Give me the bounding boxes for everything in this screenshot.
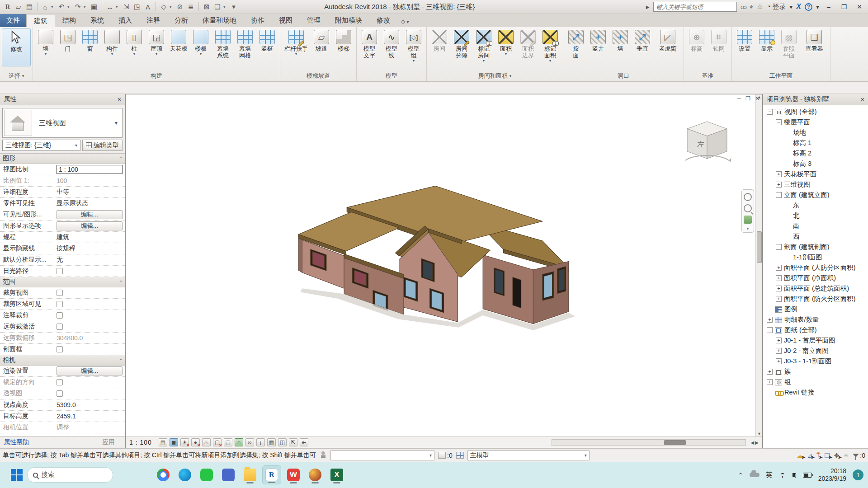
aligned-dimension-icon[interactable]: ⇲ — [121, 1, 131, 12]
start-button-icon[interactable] — [11, 469, 23, 481]
tree-item-西[interactable]: 西 — [763, 231, 868, 242]
reveal-hidden-elements-icon[interactable]: ¡ — [256, 438, 265, 446]
taskbar-app-folder[interactable] — [241, 465, 259, 484]
ribbon-button-窗[interactable]: 窗 — [79, 28, 101, 52]
tab-file[interactable]: 文件 — [0, 14, 26, 27]
view-close-icon[interactable]: ✕ — [755, 95, 760, 102]
taskbar-app-chrome[interactable] — [154, 465, 173, 484]
section-header-图形[interactable]: 图形⌃ — [0, 154, 125, 164]
editing-requests[interactable]: :0 — [438, 452, 453, 459]
zoom-icon[interactable] — [744, 204, 752, 212]
ribbon-button-设置[interactable]: 设置 — [734, 28, 755, 52]
tab-分析[interactable]: 分析 — [167, 14, 195, 27]
ribbon-button-屋顶[interactable]: ◲屋顶▾ — [146, 28, 167, 56]
collapse-icon[interactable]: ⌃ — [119, 358, 122, 363]
tree-item-标高 1[interactable]: 标高 1 — [763, 138, 868, 148]
language-indicator[interactable]: 英 — [766, 471, 773, 479]
ribbon-button-房间分隔[interactable]: 房间 分隔 — [451, 28, 472, 59]
tree-item-J0-1 - 首层平面图[interactable]: +J0-1 - 首层平面图 — [763, 335, 868, 346]
expand-icon[interactable]: + — [776, 265, 782, 271]
wifi-icon[interactable] — [779, 473, 786, 478]
property-value[interactable]: 显示原状态 — [57, 199, 88, 207]
tab-修改[interactable]: 修改 — [369, 14, 397, 27]
navbar-expand-icon[interactable]: ▾ — [747, 227, 749, 231]
tab-附加模块[interactable]: 附加模块 — [328, 14, 369, 27]
expand-icon[interactable]: + — [776, 338, 782, 343]
steering-wheel-icon[interactable] — [744, 193, 752, 201]
ribbon-button-楼梯[interactable]: 楼梯 — [333, 28, 354, 52]
tree-item-东[interactable]: 东 — [763, 200, 868, 211]
navigation-bar[interactable]: ▾ — [741, 189, 754, 233]
search-icon[interactable]: ○○ — [741, 3, 746, 11]
group-dropdown-icon[interactable]: ▾ — [22, 74, 24, 78]
displacement-sets-icon[interactable]: ⇱ — [289, 438, 297, 446]
tree-item-北[interactable]: 北 — [763, 211, 868, 221]
crop-view-off-icon[interactable]: ▢ — [213, 438, 222, 446]
tab-系统[interactable]: 系统 — [83, 14, 111, 27]
revit-logo-icon[interactable]: R — [3, 1, 13, 12]
tree-item-面积平面 (总建筑面积)[interactable]: +面积平面 (总建筑面积) — [763, 283, 868, 294]
ribbon-button-面积[interactable]: 面积▾ — [495, 28, 517, 56]
ribbon-button-幕墙系统[interactable]: 幕墙 系统 — [212, 28, 234, 59]
horizontal-scrollbar[interactable] — [552, 439, 746, 446]
taskbar-app-excel[interactable]: X — [327, 465, 346, 484]
ribbon-button-柱[interactable]: ▯柱▾ — [123, 28, 145, 56]
tree-item-场地[interactable]: 场地 — [763, 127, 868, 138]
tree-item-组[interactable]: +组 — [763, 377, 868, 387]
edit-button[interactable]: 编辑... — [57, 210, 123, 219]
undo-dropdown-icon[interactable]: ▾ — [67, 5, 72, 9]
expand-icon[interactable]: + — [776, 286, 782, 291]
tree-item-族[interactable]: +族 — [763, 366, 868, 377]
search-input[interactable] — [653, 2, 737, 12]
horizontal-scroll-thumb[interactable] — [664, 440, 686, 445]
active-workset-combobox[interactable]: 主模型▾ — [467, 450, 590, 460]
close-hidden-windows-icon[interactable]: ⊠ — [202, 1, 212, 12]
undo-icon[interactable]: ↶ — [57, 1, 66, 12]
property-value[interactable]: 2459.1 — [57, 413, 76, 420]
ribbon-button-竖梃[interactable]: 竖梃 — [256, 28, 278, 52]
expand-icon[interactable]: + — [776, 171, 782, 177]
signin-dropdown-icon[interactable]: ▾ — [789, 3, 793, 10]
temporary-hide-isolate-icon[interactable]: ∞ — [245, 438, 254, 446]
select-pinned-off-icon[interactable]: ⍑➤ — [816, 451, 820, 459]
property-value[interactable]: 5309.0 — [57, 401, 76, 408]
switch-windows-icon[interactable]: ❏ — [212, 1, 222, 12]
ribbon-button-墙[interactable]: 墙▾ — [35, 28, 57, 56]
design-options-icon[interactable]: ☁➤ — [797, 452, 803, 459]
collapse-icon[interactable]: − — [767, 109, 773, 115]
tree-item-标高 3[interactable]: 标高 3 — [763, 159, 868, 169]
project-browser-close-icon[interactable]: × — [861, 96, 864, 103]
default-3d-view-dropdown-icon[interactable]: ▾ — [170, 5, 174, 9]
viewcube[interactable]: 左 — [680, 115, 734, 169]
ribbon-button-垂直[interactable]: ⤢垂直 — [632, 28, 653, 52]
vertical-scrollbar[interactable]: ▲ ▼ — [755, 94, 762, 436]
restore-button[interactable]: ❐ — [838, 3, 850, 10]
view-restore-icon[interactable]: ❐ — [745, 95, 750, 102]
collapse-icon[interactable]: − — [776, 244, 782, 250]
property-value[interactable]: 调整 — [57, 423, 69, 432]
ribbon-button-楼板[interactable]: 楼板▾ — [190, 28, 212, 56]
ribbon-button-老虎窗[interactable]: ◸老虎窗 — [654, 28, 682, 52]
crop-region-icon[interactable]: ⬚ — [224, 438, 232, 446]
render-dialog-icon[interactable]: ♨ — [202, 438, 211, 446]
expand-icon[interactable]: + — [776, 358, 782, 364]
tree-item-J0-3 - 1-1剖面图[interactable]: +J0-3 - 1-1剖面图 — [763, 356, 868, 366]
tree-item-立面 (建筑立面)[interactable]: −立面 (建筑立面) — [763, 190, 868, 200]
checkbox[interactable] — [57, 346, 63, 352]
sun-path-off-icon[interactable]: ☀ — [180, 438, 189, 446]
help-icon[interactable]: ? — [805, 3, 812, 11]
tab-结构[interactable]: 结构 — [55, 14, 83, 27]
reveal-constraints-icon[interactable]: ⇤ — [300, 438, 308, 446]
tree-item-图纸 (全部)[interactable]: −图纸 (全部) — [763, 325, 868, 335]
sync-dropdown-icon[interactable]: ▾ — [51, 5, 56, 9]
tree-item-面积平面 (防火分区面积)[interactable]: +面积平面 (防火分区面积) — [763, 294, 868, 304]
scroll-right-icon[interactable]: ▶ — [755, 440, 759, 445]
type-selector-dropdown-icon[interactable]: ▼ — [114, 121, 122, 126]
property-value-input[interactable]: 1 : 100 — [57, 165, 123, 174]
tree-item-面积平面 (净面积)[interactable]: +面积平面 (净面积) — [763, 273, 868, 283]
property-value[interactable]: 304800.0 — [57, 334, 83, 342]
ribbon-button-标记房间[interactable]: 1标记 房间▾ — [473, 28, 495, 63]
ribbon-button-模型文字[interactable]: A模型 文字 — [359, 28, 380, 59]
properties-close-icon[interactable]: × — [118, 96, 121, 103]
locked-3d-view-icon[interactable]: ⌂ — [235, 438, 243, 446]
